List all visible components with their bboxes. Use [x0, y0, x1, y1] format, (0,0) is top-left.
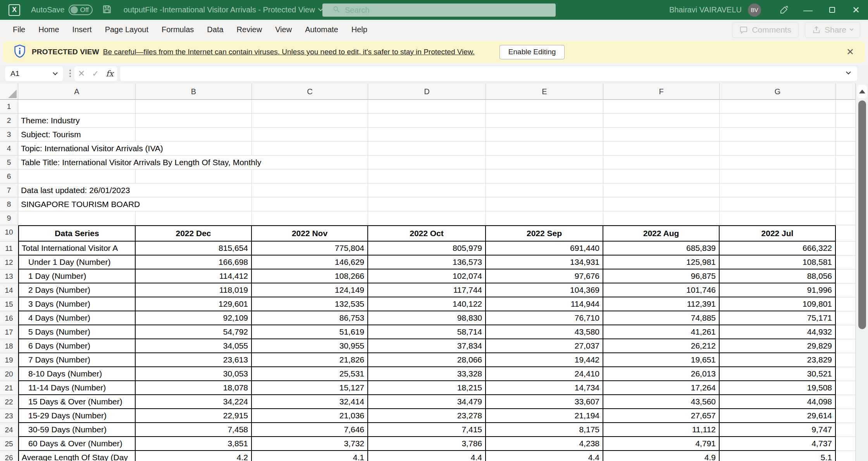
table-cell[interactable]: 129,601 [136, 297, 252, 311]
table-cell[interactable]: 7,646 [252, 423, 368, 437]
comments-button[interactable]: Comments [732, 22, 799, 38]
table-cell[interactable]: 19,651 [603, 353, 720, 367]
table-cell[interactable]: 23,613 [136, 353, 252, 367]
cell[interactable] [136, 128, 252, 142]
tab-automate[interactable]: Automate [298, 20, 345, 40]
cell[interactable] [836, 128, 856, 142]
restore-button[interactable] [820, 0, 844, 20]
cell[interactable] [720, 197, 836, 211]
table-cell[interactable]: 34,479 [368, 395, 486, 409]
table-cell[interactable]: 5.1 [720, 451, 836, 461]
cell[interactable] [486, 114, 603, 128]
cell[interactable] [252, 142, 368, 155]
table-row-label[interactable]: 5 Days (Number) [18, 325, 136, 339]
cell[interactable] [252, 169, 368, 183]
tab-formulas[interactable]: Formulas [155, 20, 200, 40]
select-all-button[interactable] [0, 83, 18, 100]
row-header-10[interactable]: 10 [0, 225, 18, 242]
table-cell[interactable]: 33,607 [486, 395, 603, 409]
row-header-8[interactable]: 8 [0, 197, 18, 211]
tab-insert[interactable]: Insert [66, 20, 98, 40]
cell[interactable] [603, 100, 720, 114]
banner-close-icon[interactable]: ✕ [842, 41, 858, 63]
table-row-label[interactable]: 30-59 Days (Number) [18, 423, 136, 437]
row-header-25[interactable]: 25 [0, 437, 18, 451]
cell[interactable] [603, 197, 720, 211]
table-cell[interactable]: 685,839 [603, 242, 720, 256]
enter-check-icon[interactable]: ✓ [92, 69, 99, 78]
table-cell[interactable]: 92,109 [136, 311, 252, 325]
cell[interactable] [836, 197, 856, 211]
table-cell[interactable]: 4.4 [368, 451, 486, 461]
table-cell[interactable]: 25,531 [252, 367, 368, 381]
cell[interactable] [720, 169, 836, 183]
column-header-d[interactable]: D [368, 83, 486, 100]
table-cell[interactable]: 7,415 [368, 423, 486, 437]
cell[interactable] [368, 211, 486, 225]
table-row-label[interactable]: 3 Days (Number) [18, 297, 136, 311]
minimize-button[interactable]: — [796, 0, 820, 20]
table-cell[interactable]: 27,657 [603, 409, 720, 423]
table-cell[interactable]: 666,322 [720, 242, 836, 256]
table-cell[interactable]: 4.9 [603, 451, 720, 461]
grip-dots-icon[interactable]: ⋮ [66, 68, 74, 78]
row-header-20[interactable]: 20 [0, 367, 18, 381]
cell[interactable] [486, 142, 603, 155]
cell[interactable] [486, 197, 603, 211]
table-cell[interactable]: 166,698 [136, 256, 252, 269]
table-cell[interactable]: 117,744 [368, 283, 486, 297]
table-header-2022-aug[interactable]: 2022 Aug [603, 225, 720, 242]
autosave-toggle[interactable]: Off [69, 5, 93, 15]
column-header-b[interactable]: B [136, 83, 252, 100]
cell[interactable] [836, 437, 856, 451]
table-cell[interactable]: 8,175 [486, 423, 603, 437]
table-cell[interactable]: 108,266 [252, 269, 368, 283]
table-cell[interactable]: 26,212 [603, 339, 720, 353]
cell[interactable] [720, 183, 836, 197]
table-cell[interactable]: 7,458 [136, 423, 252, 437]
cell[interactable] [486, 100, 603, 114]
vertical-scrollbar[interactable] [856, 83, 868, 461]
enable-editing-button[interactable]: Enable Editing [499, 45, 565, 59]
cell[interactable] [836, 353, 856, 367]
scrollbar-thumb[interactable] [858, 100, 866, 329]
row-header-1[interactable]: 1 [0, 100, 18, 114]
cell[interactable] [368, 114, 486, 128]
cell[interactable] [252, 128, 368, 142]
table-cell[interactable]: 24,410 [486, 367, 603, 381]
cell[interactable] [603, 183, 720, 197]
column-header-g[interactable]: G [720, 83, 836, 100]
cell[interactable] [486, 155, 603, 169]
table-cell[interactable]: 98,830 [368, 311, 486, 325]
table-cell[interactable]: 691,440 [486, 242, 603, 256]
tab-view[interactable]: View [269, 20, 298, 40]
cell[interactable] [836, 381, 856, 395]
table-header-2022-jul[interactable]: 2022 Jul [720, 225, 836, 242]
table-cell[interactable]: 88,056 [720, 269, 836, 283]
row-header-21[interactable]: 21 [0, 381, 18, 395]
table-cell[interactable]: 101,746 [603, 283, 720, 297]
row-header-17[interactable]: 17 [0, 325, 18, 339]
cell[interactable] [836, 100, 856, 114]
user-name[interactable]: Bhairavi VAIRAVELU [669, 5, 742, 14]
cell[interactable] [836, 409, 856, 423]
cell[interactable] [836, 451, 856, 461]
cell[interactable] [836, 183, 856, 197]
cell[interactable] [836, 155, 856, 169]
table-cell[interactable]: 112,391 [603, 297, 720, 311]
cell[interactable] [368, 197, 486, 211]
row-header-19[interactable]: 19 [0, 353, 18, 367]
table-cell[interactable]: 96,875 [603, 269, 720, 283]
table-cell[interactable]: 30,053 [136, 367, 252, 381]
insert-function-icon[interactable]: fx [106, 69, 114, 78]
table-header-2022-sep[interactable]: 2022 Sep [486, 225, 603, 242]
row-header-12[interactable]: 12 [0, 256, 18, 269]
row-header-2[interactable]: 2 [0, 114, 18, 128]
table-row-label[interactable]: 4 Days (Number) [18, 311, 136, 325]
table-cell[interactable]: 146,629 [252, 256, 368, 269]
table-cell[interactable]: 44,098 [720, 395, 836, 409]
table-cell[interactable]: 37,834 [368, 339, 486, 353]
row-header-23[interactable]: 23 [0, 409, 18, 423]
cell[interactable] [836, 211, 856, 225]
name-box[interactable]: A1 [5, 66, 63, 81]
